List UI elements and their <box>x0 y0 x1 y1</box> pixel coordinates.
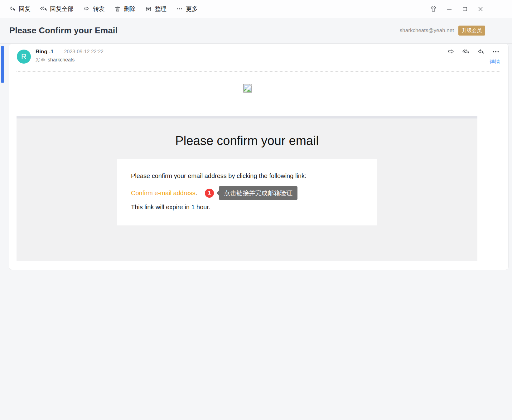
maximize-button[interactable] <box>461 6 468 12</box>
sender-row: Ring -1 2023-09-12 22:22 <box>36 49 104 55</box>
trash-icon <box>114 6 121 12</box>
reply-icon <box>477 48 485 56</box>
reply-all-button[interactable]: 回复全部 <box>40 5 74 13</box>
reply-all-icon <box>40 5 47 12</box>
more-dots-icon <box>492 48 500 56</box>
reply-button[interactable]: 回复 <box>9 5 31 13</box>
forward-button[interactable]: 转发 <box>83 5 105 13</box>
email-heading: Please confirm your email <box>17 134 477 148</box>
tshirt-icon <box>430 5 437 13</box>
mail-window: 回复 回复全部 转发 删除 整理 更多 <box>0 0 512 420</box>
organize-box-icon <box>145 6 152 12</box>
message-date: 2023-09-12 22:22 <box>64 49 104 55</box>
message-action-icons <box>447 48 500 56</box>
reply-icon <box>9 5 16 12</box>
broken-image-icon <box>243 84 252 93</box>
confirm-email-link[interactable]: Confirm e-mail address <box>131 190 196 197</box>
reply-all-label: 回复全部 <box>50 5 74 13</box>
organize-label: 整理 <box>155 5 167 13</box>
details-link[interactable]: 详情 <box>490 58 500 65</box>
reply-label: 回复 <box>19 5 31 13</box>
account-email: sharkcheats@yeah.net <box>400 27 454 34</box>
forward-icon <box>83 5 90 12</box>
more-message-button[interactable] <box>492 48 500 56</box>
toolbar-actions: 回复 回复全部 转发 删除 整理 更多 <box>9 5 198 13</box>
avatar[interactable]: R <box>17 50 31 64</box>
close-button[interactable] <box>477 6 484 12</box>
close-icon <box>477 6 484 12</box>
link-period: . <box>196 190 198 197</box>
forward-message-button[interactable] <box>447 48 455 56</box>
sender-name[interactable]: Ring -1 <box>36 49 54 55</box>
more-button[interactable]: 更多 <box>176 5 198 13</box>
organize-button[interactable]: 整理 <box>145 5 167 13</box>
delete-button[interactable]: 删除 <box>114 5 136 13</box>
recipient-row: 发至 sharkcheats <box>36 57 75 64</box>
message-box: Please confirm your email address by cli… <box>117 159 377 225</box>
subject-bar: Please Confirm your Email sharkcheats@ye… <box>0 18 512 44</box>
page-title: Please Confirm your Email <box>9 26 118 36</box>
minimize-icon <box>446 6 453 12</box>
annotation-step-badge: 1 <box>205 189 214 198</box>
body-line3: This link will expire in 1 hour. <box>131 204 210 211</box>
maximize-icon <box>461 6 468 12</box>
to-name[interactable]: sharkcheats <box>48 57 75 64</box>
to-label: 发至 <box>36 57 46 64</box>
account-area: sharkcheats@yeah.net 升级会员 <box>400 26 485 36</box>
reply-message-button[interactable] <box>477 48 485 56</box>
upgrade-member-badge[interactable]: 升级会员 <box>458 26 485 36</box>
more-dots-icon <box>176 5 183 12</box>
mail-toolbar: 回复 回复全部 转发 删除 整理 更多 <box>0 0 512 18</box>
body-line1: Please confirm your email address by cli… <box>131 172 306 180</box>
forward-label: 转发 <box>93 5 105 13</box>
skin-theme-button[interactable] <box>430 5 437 13</box>
minimize-button[interactable] <box>446 6 453 12</box>
header-divider <box>17 71 500 72</box>
confirm-link-row: Confirm e-mail address. 1 点击链接并完成邮箱验证 <box>131 186 297 200</box>
more-label: 更多 <box>186 5 198 13</box>
delete-label: 删除 <box>124 5 136 13</box>
reply-all-message-button[interactable] <box>462 48 470 56</box>
email-body: Please confirm your email Please confirm… <box>17 116 477 261</box>
scrollbar-thumb[interactable] <box>1 46 4 83</box>
email-card: R Ring -1 2023-09-12 22:22 发至 sharkcheat… <box>9 44 509 270</box>
annotation-tooltip: 点击链接并完成邮箱验证 <box>219 186 297 200</box>
window-controls <box>430 5 484 13</box>
forward-icon <box>447 48 455 56</box>
reply-all-icon <box>462 48 470 56</box>
